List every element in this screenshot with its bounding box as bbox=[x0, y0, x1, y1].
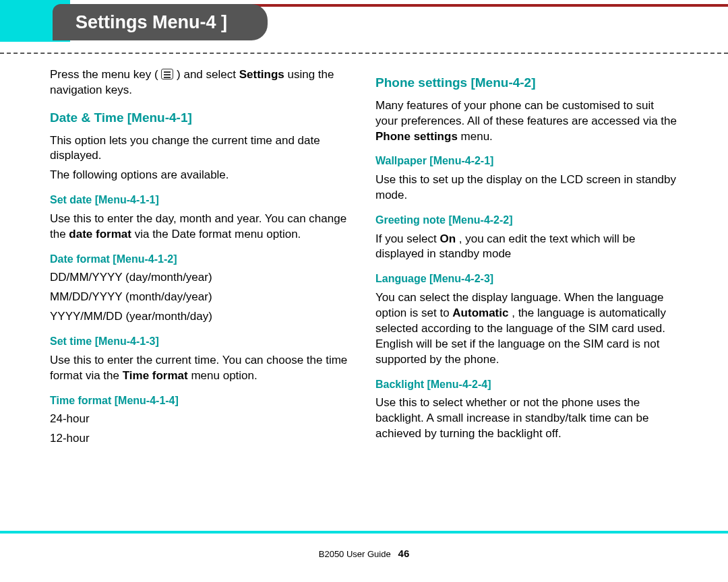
intro-paragraph: Press the menu key ( ) and select Settin… bbox=[50, 67, 353, 98]
text-bold: date format bbox=[69, 228, 131, 240]
text: via the Date format menu option. bbox=[135, 228, 301, 240]
date-format-option: YYYY/MM/DD (year/month/day) bbox=[50, 309, 353, 325]
content-columns: Press the menu key ( ) and select Settin… bbox=[0, 63, 728, 451]
sub-time-format: Time format [Menu-4-1-4] bbox=[50, 393, 353, 408]
time-format-option: 24-hour bbox=[50, 412, 353, 427]
text-bold: Phone settings bbox=[375, 130, 458, 143]
page-number: 46 bbox=[398, 548, 410, 559]
text: Press the menu key ( bbox=[50, 68, 161, 81]
sub-set-time: Set time [Menu-4-1-3] bbox=[50, 334, 353, 349]
section-phone-settings: Phone settings [Menu-4-2] bbox=[375, 74, 678, 92]
sub-language: Language [Menu-4-2-3] bbox=[375, 271, 678, 286]
footer: B2050 User Guide 46 bbox=[0, 547, 728, 560]
paragraph: Use this to set up the display on the LC… bbox=[375, 172, 678, 203]
page-title-tab: Settings Menu-4 ] bbox=[53, 4, 268, 40]
menu-key-icon bbox=[161, 69, 173, 79]
text: If you select bbox=[375, 232, 439, 245]
sub-set-date: Set date [Menu-4-1-1] bbox=[50, 193, 353, 207]
left-column: Press the menu key ( ) and select Settin… bbox=[50, 63, 353, 451]
paragraph: Use this to enter the day, month and yea… bbox=[50, 212, 353, 243]
paragraph: You can select the display language. Whe… bbox=[375, 290, 678, 368]
text: menu. bbox=[461, 130, 493, 143]
sub-greeting-note: Greeting note [Menu-4-2-2] bbox=[375, 213, 678, 228]
footer-divider bbox=[0, 531, 728, 534]
text-bold: Settings bbox=[239, 68, 284, 81]
sub-date-format: Date format [Menu-4-1-2] bbox=[50, 252, 353, 267]
text: Many features of your phone can be custo… bbox=[375, 99, 677, 127]
paragraph: Many features of your phone can be custo… bbox=[375, 98, 678, 145]
text: ) and select bbox=[177, 68, 239, 81]
text-bold: On bbox=[439, 232, 456, 245]
sub-wallpaper: Wallpaper [Menu-4-2-1] bbox=[375, 154, 678, 168]
paragraph: If you select On , you can edit the text… bbox=[375, 232, 678, 263]
sub-backlight: Backlight [Menu-4-2-4] bbox=[375, 377, 678, 392]
page-title: Settings Menu-4 ] bbox=[75, 10, 227, 34]
time-format-option: 12-hour bbox=[50, 431, 353, 447]
text: menu option. bbox=[191, 369, 257, 382]
section-date-time: Date & Time [Menu-4-1] bbox=[50, 109, 353, 127]
date-format-option: DD/MM/YYYY (day/month/year) bbox=[50, 270, 353, 286]
date-format-option: MM/DD/YYYY (month/day/year) bbox=[50, 290, 353, 305]
text-bold: Automatic bbox=[452, 306, 508, 319]
paragraph: Use this to select whether or not the ph… bbox=[375, 395, 678, 442]
right-column: Phone settings [Menu-4-2] Many features … bbox=[375, 63, 678, 451]
dashed-divider bbox=[0, 53, 728, 54]
footer-guide: B2050 User Guide bbox=[319, 549, 391, 559]
text-bold: Time format bbox=[123, 369, 188, 382]
paragraph: This option lets you change the current … bbox=[50, 133, 353, 164]
paragraph: Use this to enter the current time. You … bbox=[50, 353, 353, 384]
page-header: Settings Menu-4 ] bbox=[0, 0, 728, 46]
paragraph: The following options are available. bbox=[50, 168, 353, 183]
